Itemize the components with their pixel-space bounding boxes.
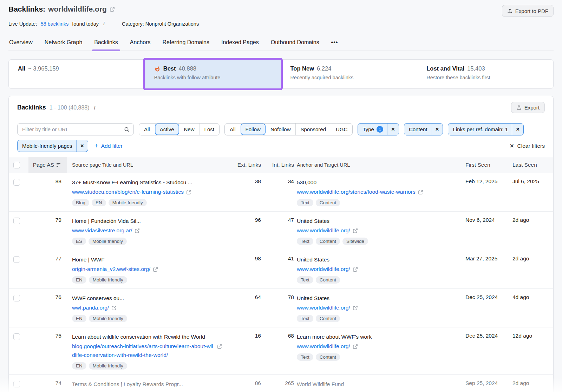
target-url-link[interactable]: www.worldwildlife.org/ [297,389,350,392]
external-link-icon[interactable] [418,190,423,195]
target-url-link[interactable]: www.worldwildlife.org/ [297,226,350,235]
select-all-checkbox[interactable] [13,162,20,168]
chip-mobile-friendly-label: Mobile-friendly pages [22,143,72,149]
page-header: Backlinks: worldwildlife.org Export to P… [0,0,562,51]
external-link-icon[interactable] [353,228,358,233]
live-update-suffix: found today [72,21,99,27]
summary-card-best[interactable]: Best 40,888 Backlinks with follow attrib… [145,60,281,88]
target-url-link[interactable]: www.worldwildlife.org/ [297,303,350,312]
tag-pill: EN [92,199,106,206]
external-link-icon[interactable] [111,305,117,311]
flame-icon [154,66,161,72]
external-link-icon[interactable] [353,344,358,349]
source-url-link[interactable]: www.studocu.com/blog/en/e-learning-stati… [72,187,184,196]
page-as-value: 74 [28,380,67,392]
first-seen-value: Nov 6, 2024 [465,217,512,245]
external-link-icon[interactable] [186,190,191,195]
row-checkbox[interactable] [13,218,20,224]
card-top-new-title: Top New [290,65,314,72]
tab-overview[interactable]: Overview [8,36,33,51]
filter-chip-type[interactable]: Type 1 ✕ [358,123,399,135]
segment-follow-all[interactable]: All [225,124,241,135]
search-button[interactable] [120,124,133,135]
segment-sponsored[interactable]: Sponsored [295,124,331,135]
segment-ugc[interactable]: UGC [331,124,352,135]
tab-backlinks[interactable]: Backlinks [93,36,119,51]
info-icon[interactable]: i [93,105,97,111]
export-button[interactable]: Export [511,102,545,113]
tab-referring-domains[interactable]: Referring Domains [162,36,210,51]
segment-status-new[interactable]: New [179,124,200,135]
source-url-link[interactable]: www.vidasilvestre.org.ar/ [72,226,132,235]
tag-pill: Text [297,238,313,245]
tab-more-icon[interactable]: ••• [331,36,339,51]
add-filter-button[interactable]: + Add filter [94,142,123,149]
close-icon[interactable]: ✕ [512,124,523,135]
column-header-int-links[interactable]: Int. Links [261,157,294,173]
column-header-last-seen[interactable]: Last Seen [512,157,553,173]
external-link-icon[interactable] [217,344,222,349]
first-seen-value: Dec 25, 2024 [465,333,512,370]
row-checkbox[interactable] [13,295,20,301]
row-checkbox[interactable] [13,333,20,340]
anchor-text: United States [297,255,458,264]
row-checkbox[interactable] [13,179,20,186]
external-link-icon[interactable] [135,228,140,233]
row-checkbox[interactable] [13,256,20,263]
target-url-link[interactable]: www.worldwildlife.org/stories/food-waste… [297,187,416,196]
segment-status-lost[interactable]: Lost [200,124,219,135]
target-url-link[interactable]: www.worldwildlife.org/ [297,342,350,351]
external-link-icon[interactable] [110,7,115,12]
target-url-link[interactable]: www.worldwildlife.org/ [297,265,350,273]
external-link-icon[interactable] [353,267,358,272]
source-tags: ENMobile friendly [72,362,222,370]
close-icon[interactable]: ✕ [431,124,443,135]
ext-links-value: 64 [231,294,261,322]
summary-card-all[interactable]: All ~ 3,965,159 [9,60,145,88]
summary-card-lost-vital[interactable]: Lost and Vital 15,403 Restore these back… [417,60,553,88]
category-label: Category: Nonprofit Organizations [122,21,199,27]
table-row: 77 Home | WWF origin-armenia_v2.wwf-site… [9,250,553,289]
info-icon[interactable]: i [102,21,106,27]
filter-input[interactable] [18,126,120,132]
external-link-icon[interactable] [153,267,158,272]
tab-outbound-domains[interactable]: Outbound Domains [270,36,320,51]
column-header-first-seen[interactable]: First Seen [465,157,512,173]
tag-pill: Text [297,315,313,322]
segment-status-all[interactable]: All [139,124,155,135]
tab-indexed-pages[interactable]: Indexed Pages [221,36,260,51]
export-to-pdf-button[interactable]: Export to PDF [502,5,554,17]
filter-chip-links-per-domain[interactable]: Links per ref. domain: 1 ✕ [448,123,524,135]
source-page-title: WWF conserves ou... [72,294,222,302]
tag-pill: Mobile friendly [109,199,147,206]
table-row: 76 WWF conserves ou... wwf.panda.org/ EN… [9,289,553,327]
column-header-source[interactable]: Source page Title and URL [67,157,231,173]
tab-anchors[interactable]: Anchors [129,36,151,51]
table-row: 74 Terms & Conditions | Loyalty Rewards … [9,375,553,392]
segment-status-active[interactable]: Active [155,124,179,135]
external-link-icon[interactable] [353,305,358,311]
source-url-link[interactable]: origin-armenia_v2.wwf-sites.org/ [72,265,150,273]
close-icon[interactable]: ✕ [387,124,399,135]
last-seen-value: 12d ago [512,333,553,370]
live-update-link[interactable]: 58 backlinks [40,21,68,27]
anchor-tags: TextContent [297,315,458,322]
segment-nofollow[interactable]: Nofollow [266,124,296,135]
segment-follow[interactable]: Follow [241,124,266,135]
source-url-link[interactable]: www.marriott.com/loyalty/terms/default.m… [72,389,172,392]
column-header-anchor[interactable]: Anchor and Target URL [294,157,465,173]
filter-chip-mobile-friendly[interactable]: Mobile-friendly pages ✕ [17,140,88,152]
filter-chip-content[interactable]: Content ✕ [404,123,443,135]
source-tags: BlogENMobile friendly [72,199,222,206]
int-links-value: 78 [261,294,294,322]
row-checkbox[interactable] [13,381,20,387]
column-header-ext-links[interactable]: Ext. Links [231,157,261,173]
source-page-title: Home | Fundación Vida Sil... [72,217,222,225]
summary-card-top-new[interactable]: Top New 6,224 Recently acquired backlink… [281,60,417,88]
close-icon[interactable]: ✕ [76,140,88,152]
source-url-link[interactable]: wwf.panda.org/ [72,303,109,312]
clear-filters-button[interactable]: ✕ Clear filters [510,143,545,149]
tab-network-graph[interactable]: Network Graph [44,36,83,51]
column-header-page-as[interactable]: Page AS [28,157,67,173]
source-url-link[interactable]: blog.google/outreach-initiatives/arts-cu… [72,342,215,359]
